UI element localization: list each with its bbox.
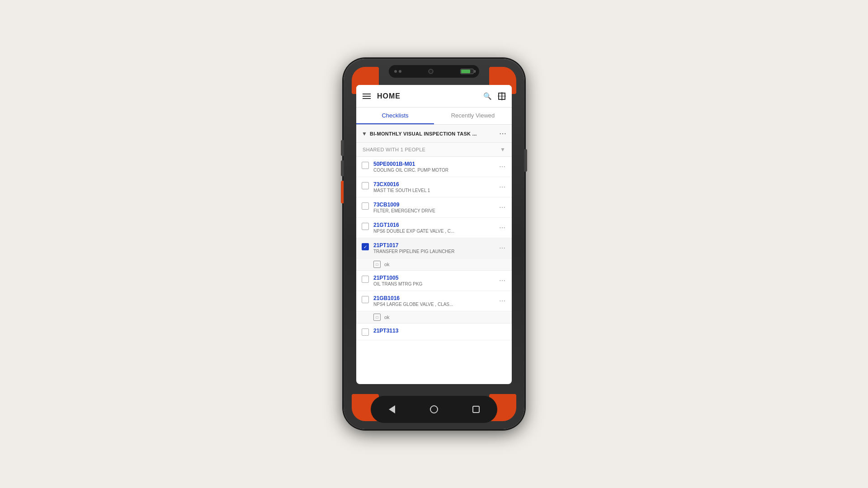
nav-recents-button[interactable] <box>468 401 484 418</box>
item-more-6[interactable]: ⋯ <box>498 277 506 284</box>
device-nav-bar <box>371 396 497 423</box>
recents-icon <box>472 406 480 413</box>
ok-row-2: □ ok <box>356 311 512 324</box>
checklist-item-1[interactable]: 50PE0001B-M01 COOLING OIL CIRC. PUMP MOT… <box>356 157 512 177</box>
ok-text-2: ok <box>384 314 390 320</box>
item-content-6: 21PT1005 OIL TRANS MTRG PKG <box>373 275 498 286</box>
ok-row-1: □ ok <box>356 258 512 271</box>
dot-2 <box>399 70 401 73</box>
checklist-item-7[interactable]: 21GB1016 NPS4 LARGE GLOBE VALVE , CLAS..… <box>356 291 512 311</box>
checkbox-5[interactable] <box>362 243 369 250</box>
battery-fill <box>461 70 470 73</box>
battery-indicator <box>460 69 474 74</box>
left-side-button-2[interactable] <box>341 160 344 176</box>
app-title: HOME <box>377 92 483 100</box>
menu-line-1 <box>363 94 371 94</box>
item-content-8: 21PT3113 <box>373 328 506 334</box>
device-top-bar <box>389 65 479 78</box>
item-content-2: 73CX0016 MAST TIE SOUTH LEVEL 1 <box>373 181 498 193</box>
checklist-item-6[interactable]: 21PT1005 OIL TRANS MTRG PKG ⋯ <box>356 271 512 291</box>
scan-icon[interactable] <box>498 93 505 100</box>
tab-recently-viewed[interactable]: Recently Viewed <box>434 108 512 124</box>
nav-back-button[interactable] <box>384 401 400 418</box>
menu-button[interactable] <box>363 94 371 99</box>
tab-checklists[interactable]: Checklists <box>356 108 434 124</box>
item-id-8: 21PT3113 <box>373 328 506 334</box>
shared-bar[interactable]: SHARED WITH 1 PEOPLE ▼ <box>356 143 512 157</box>
item-id-5: 21PT1017 <box>373 242 498 249</box>
checkbox-6[interactable] <box>362 276 369 283</box>
checklist-item-4[interactable]: 21GT1016 NPS6 DOUBLE EXP GATE VALVE , C.… <box>356 218 512 238</box>
left-side-button-1[interactable] <box>341 140 344 156</box>
item-desc-1: COOLING OIL CIRC. PUMP MOTOR <box>373 168 498 173</box>
checklist-item-3[interactable]: 73CB1009 FILTER, EMERGENCY DRIVE ⋯ <box>356 197 512 218</box>
back-icon <box>389 405 395 413</box>
checklist-item-5[interactable]: 21PT1017 TRANSFER PIPELINE PIG LAUNCHER … <box>356 238 512 258</box>
menu-line-3 <box>363 98 371 99</box>
item-desc-5: TRANSFER PIPELINE PIG LAUNCHER <box>373 249 498 254</box>
item-desc-7: NPS4 LARGE GLOBE VALVE , CLAS... <box>373 302 498 307</box>
checkbox-7[interactable] <box>362 296 369 303</box>
item-id-4: 21GT1016 <box>373 222 498 228</box>
item-more-3[interactable]: ⋯ <box>498 204 506 211</box>
checkbox-8[interactable] <box>362 328 369 336</box>
item-more-1[interactable]: ⋯ <box>498 163 506 170</box>
tabs-bar: Checklists Recently Viewed <box>356 108 512 125</box>
ok-icon-2: □ <box>373 314 381 321</box>
item-desc-6: OIL TRANS MTRG PKG <box>373 282 498 286</box>
item-more-2[interactable]: ⋯ <box>498 183 506 191</box>
app-header: HOME 🔍 <box>356 85 512 108</box>
dot-1 <box>394 70 397 73</box>
item-desc-2: MAST TIE SOUTH LEVEL 1 <box>373 188 498 193</box>
section-title: BI-MONTHLY VISUAL INSPECTION TASK ... <box>370 131 499 136</box>
checkbox-1[interactable] <box>362 162 369 169</box>
shared-label: SHARED WITH 1 PEOPLE <box>363 147 500 152</box>
item-desc-3: FILTER, EMERGENCY DRIVE <box>373 208 498 213</box>
device-shell: HOME 🔍 Checklists Recently Viewed ▼ B <box>344 59 524 429</box>
ok-icon-1: □ <box>373 261 381 268</box>
content-scroll[interactable]: ▼ BI-MONTHLY VISUAL INSPECTION TASK ... … <box>356 125 512 380</box>
item-more-7[interactable]: ⋯ <box>498 297 506 305</box>
checkbox-4[interactable] <box>362 223 369 230</box>
front-camera <box>429 69 433 74</box>
device: HOME 🔍 Checklists Recently Viewed ▼ B <box>344 59 524 429</box>
item-id-1: 50PE0001B-M01 <box>373 161 498 167</box>
home-icon <box>430 405 438 413</box>
item-content-1: 50PE0001B-M01 COOLING OIL CIRC. PUMP MOT… <box>373 161 498 173</box>
item-content-3: 73CB1009 FILTER, EMERGENCY DRIVE <box>373 202 498 213</box>
right-side-button[interactable] <box>524 149 527 172</box>
left-side-button-ptt[interactable] <box>341 181 344 203</box>
item-content-4: 21GT1016 NPS6 DOUBLE EXP GATE VALVE , C.… <box>373 222 498 234</box>
screen: HOME 🔍 Checklists Recently Viewed ▼ B <box>356 85 512 384</box>
item-more-4[interactable]: ⋯ <box>498 224 506 231</box>
top-bar-dots <box>394 70 401 73</box>
menu-line-2 <box>363 96 371 97</box>
section-more-icon[interactable]: ⋯ <box>499 129 506 138</box>
item-id-7: 21GB1016 <box>373 295 498 301</box>
checkbox-3[interactable] <box>362 202 369 210</box>
section-collapse-icon[interactable]: ▼ <box>362 131 367 137</box>
checklist-item-8[interactable]: 21PT3113 <box>356 324 512 340</box>
header-icons: 🔍 <box>483 92 505 100</box>
item-id-6: 21PT1005 <box>373 275 498 281</box>
ok-text-1: ok <box>384 262 390 267</box>
search-icon[interactable]: 🔍 <box>483 92 492 100</box>
item-content-7: 21GB1016 NPS4 LARGE GLOBE VALVE , CLAS..… <box>373 295 498 307</box>
shared-chevron-icon: ▼ <box>500 146 505 153</box>
checkbox-2[interactable] <box>362 182 369 189</box>
checklist-item-2[interactable]: 73CX0016 MAST TIE SOUTH LEVEL 1 ⋯ <box>356 177 512 197</box>
item-id-3: 73CB1009 <box>373 202 498 208</box>
nav-home-button[interactable] <box>426 401 442 418</box>
item-desc-4: NPS6 DOUBLE EXP GATE VALVE , C... <box>373 229 498 234</box>
section-header: ▼ BI-MONTHLY VISUAL INSPECTION TASK ... … <box>356 125 512 143</box>
item-id-2: 73CX0016 <box>373 181 498 188</box>
item-more-5[interactable]: ⋯ <box>498 244 506 252</box>
item-content-5: 21PT1017 TRANSFER PIPELINE PIG LAUNCHER <box>373 242 498 254</box>
scan-crosshair <box>498 93 505 100</box>
